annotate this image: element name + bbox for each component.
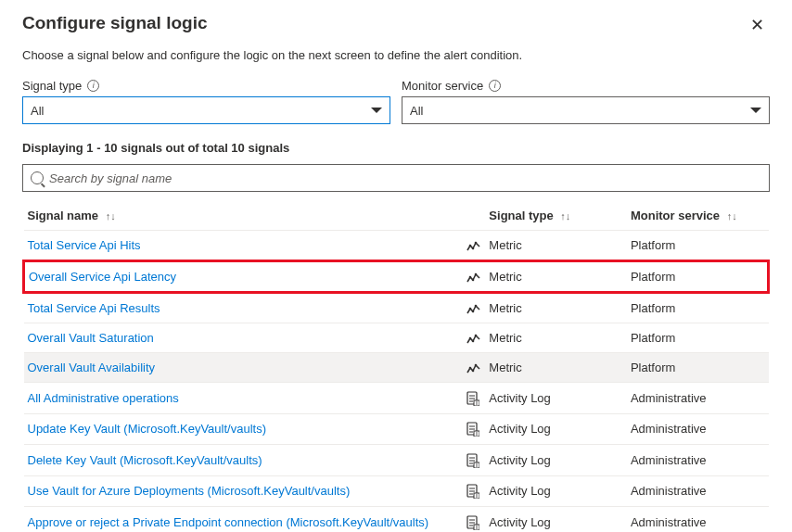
- metric-icon: [466, 238, 481, 252]
- table-row[interactable]: Overall Service Api LatencyMetricPlatfor…: [24, 261, 769, 293]
- search-icon: [31, 171, 44, 184]
- svg-rect-16: [474, 400, 479, 406]
- svg-point-9: [469, 336, 472, 339]
- filter-signal-type: Signal type i All: [22, 79, 390, 124]
- signal-type-cell: Metric: [485, 293, 627, 323]
- column-header-icon: [463, 201, 485, 231]
- metric-icon: [466, 331, 481, 345]
- monitor-service-select[interactable]: All: [402, 96, 770, 124]
- signal-name-link[interactable]: Approve or reject a Private Endpoint con…: [28, 515, 429, 529]
- monitor-service-cell: Platform: [627, 293, 769, 323]
- svg-point-6: [469, 307, 472, 310]
- search-box[interactable]: [22, 164, 770, 192]
- info-icon[interactable]: i: [87, 80, 99, 92]
- signal-name-link[interactable]: All Administrative operations: [28, 391, 179, 405]
- table-row[interactable]: Overall Vault AvailabilityMetricPlatform: [24, 353, 769, 383]
- monitor-service-value: All: [410, 104, 423, 118]
- metric-icon: [466, 301, 481, 315]
- monitor-service-cell: Platform: [627, 353, 769, 383]
- sort-icon: ↑↓: [560, 210, 570, 222]
- svg-rect-24: [474, 525, 479, 530]
- monitor-service-cell: Platform: [627, 323, 769, 353]
- close-icon[interactable]: ✕: [745, 13, 770, 37]
- sort-icon: ↑↓: [106, 210, 116, 222]
- svg-point-7: [472, 310, 475, 312]
- signal-type-value: All: [31, 104, 44, 118]
- monitor-service-cell: Administrative: [627, 383, 769, 414]
- table-row[interactable]: Total Service Api ResultsMetricPlatform: [24, 293, 769, 323]
- monitor-service-label: Monitor service: [402, 79, 483, 93]
- search-input[interactable]: [49, 171, 761, 185]
- signals-table: Signal name ↑↓ Signal type ↑↓ Monitor se…: [22, 201, 770, 532]
- signal-type-cell: Metric: [485, 231, 627, 261]
- svg-point-3: [469, 275, 472, 278]
- signal-type-select[interactable]: All: [22, 96, 390, 124]
- signal-type-cell: Activity Log: [485, 383, 627, 414]
- table-row[interactable]: All Administrative operationsActivity Lo…: [24, 383, 769, 414]
- svg-point-5: [475, 272, 478, 275]
- monitor-service-cell: Platform: [627, 261, 769, 293]
- sort-icon: ↑↓: [727, 210, 737, 222]
- svg-rect-20: [474, 462, 479, 468]
- svg-point-14: [475, 363, 478, 366]
- monitor-service-cell: Platform: [627, 231, 769, 261]
- dialog-title: Configure signal logic: [22, 13, 208, 33]
- activity-log-icon: [466, 422, 479, 436]
- svg-point-11: [475, 334, 478, 336]
- chevron-down-icon: [750, 108, 761, 113]
- svg-point-10: [472, 339, 475, 342]
- svg-point-0: [469, 244, 472, 247]
- svg-point-12: [469, 366, 472, 369]
- signal-type-label: Signal type: [22, 79, 82, 93]
- chevron-down-icon: [371, 108, 382, 113]
- activity-log-icon: [466, 484, 479, 498]
- signal-name-link[interactable]: Overall Vault Saturation: [28, 331, 154, 345]
- info-icon[interactable]: i: [489, 80, 501, 92]
- svg-point-13: [472, 369, 475, 372]
- signal-name-link[interactable]: Update Key Vault (Microsoft.KeyVault/vau…: [28, 422, 266, 436]
- signal-name-link[interactable]: Overall Vault Availability: [28, 361, 156, 374]
- results-count: Displaying 1 - 10 signals out of total 1…: [22, 141, 770, 155]
- filter-monitor-service: Monitor service i All: [402, 79, 770, 124]
- signal-type-cell: Activity Log: [485, 413, 627, 445]
- monitor-service-cell: Administrative: [627, 475, 769, 507]
- signal-type-cell: Activity Log: [485, 445, 627, 476]
- signal-type-cell: Metric: [485, 353, 627, 383]
- activity-log-icon: [466, 452, 479, 466]
- svg-point-4: [472, 278, 475, 281]
- dialog-subtitle: Choose a signal below and configure the …: [22, 48, 770, 62]
- svg-point-1: [472, 247, 475, 249]
- activity-log-icon: [466, 390, 479, 404]
- table-row[interactable]: Use Vault for Azure Deployments (Microso…: [24, 475, 769, 507]
- table-row[interactable]: Total Service Api HitsMetricPlatform: [24, 231, 769, 261]
- signal-name-link[interactable]: Total Service Api Hits: [28, 238, 141, 252]
- svg-rect-22: [474, 493, 479, 499]
- monitor-service-cell: Administrative: [627, 413, 769, 445]
- signal-type-cell: Activity Log: [485, 507, 627, 532]
- metric-icon: [466, 270, 481, 284]
- table-row[interactable]: Delete Key Vault (Microsoft.KeyVault/vau…: [24, 445, 769, 476]
- signal-name-link[interactable]: Use Vault for Azure Deployments (Microso…: [28, 484, 351, 498]
- svg-point-2: [475, 241, 478, 244]
- signal-type-cell: Metric: [485, 261, 627, 293]
- svg-rect-18: [474, 431, 479, 437]
- signal-type-cell: Metric: [485, 323, 627, 353]
- column-header-name[interactable]: Signal name ↑↓: [24, 201, 464, 231]
- table-row[interactable]: Overall Vault SaturationMetricPlatform: [24, 323, 769, 353]
- column-header-type[interactable]: Signal type ↑↓: [485, 201, 627, 231]
- monitor-service-cell: Administrative: [627, 507, 769, 532]
- metric-icon: [466, 361, 481, 374]
- table-row[interactable]: Approve or reject a Private Endpoint con…: [24, 507, 769, 532]
- signal-name-link[interactable]: Delete Key Vault (Microsoft.KeyVault/vau…: [28, 453, 262, 467]
- monitor-service-cell: Administrative: [627, 445, 769, 476]
- column-header-service[interactable]: Monitor service ↑↓: [627, 201, 769, 231]
- signal-type-cell: Activity Log: [485, 475, 627, 507]
- svg-point-8: [475, 304, 478, 307]
- signal-name-link[interactable]: Overall Service Api Latency: [29, 270, 176, 284]
- activity-log-icon: [466, 514, 479, 528]
- signal-name-link[interactable]: Total Service Api Results: [28, 301, 160, 315]
- table-row[interactable]: Update Key Vault (Microsoft.KeyVault/vau…: [24, 413, 769, 445]
